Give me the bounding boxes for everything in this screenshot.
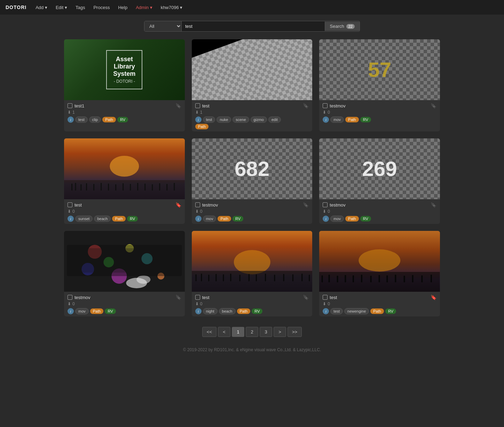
download-icon: ⬇	[68, 301, 71, 306]
tag-test[interactable]: test	[330, 308, 343, 314]
tag-path[interactable]: Path	[345, 216, 359, 221]
nav-tags[interactable]: Tags	[72, 3, 88, 12]
nav-help[interactable]: Help	[115, 3, 131, 12]
tag-rv[interactable]: RV	[360, 117, 371, 122]
page-1[interactable]: 1	[232, 327, 244, 337]
nav-admin[interactable]: Admin ▾	[132, 3, 156, 12]
tag-rv[interactable]: RV	[385, 308, 396, 314]
tag-beach[interactable]: beach	[94, 216, 111, 222]
nav-process[interactable]: Process	[90, 3, 113, 12]
tag-rv[interactable]: RV	[233, 216, 243, 221]
svg-rect-7	[101, 183, 102, 191]
card-thumbnail[interactable]	[319, 231, 440, 292]
nav-add[interactable]: Add ▾	[32, 3, 51, 12]
bookmark-icon[interactable]: 🔖	[303, 202, 309, 208]
tag-mov[interactable]: mov	[75, 308, 89, 314]
tag-sunset[interactable]: sunset	[75, 216, 93, 222]
tag-path[interactable]: Path	[90, 308, 104, 314]
bookmark-icon[interactable]: 🔖	[175, 103, 181, 108]
tag-rv[interactable]: RV	[360, 216, 371, 221]
info-button[interactable]: i	[195, 308, 202, 314]
info-button[interactable]: i	[195, 116, 202, 123]
card-checkbox[interactable]	[68, 103, 72, 108]
info-button[interactable]: i	[68, 308, 74, 314]
card-name: test	[202, 103, 210, 108]
bookmark-icon[interactable]: 🔖	[431, 295, 436, 300]
asset-card: AssetLibrarySystem - DOTORI - test1 🔖 ⬇ …	[64, 39, 185, 131]
card-info: test 🔖 ⬇ 0 i nightbeachPathRV	[192, 292, 313, 316]
download-count: 0	[72, 301, 75, 306]
download-count: 0	[72, 209, 75, 214]
tag-beach[interactable]: beach	[219, 308, 236, 314]
info-button[interactable]: i	[323, 216, 329, 222]
card-checkbox[interactable]	[68, 202, 72, 207]
card-header: testmov 🔖	[68, 295, 181, 300]
info-button[interactable]: i	[323, 116, 329, 123]
tag-path[interactable]: Path	[345, 117, 359, 122]
info-button[interactable]: i	[68, 216, 74, 222]
info-button[interactable]: i	[323, 308, 329, 314]
card-checkbox[interactable]	[323, 295, 328, 300]
tag-night[interactable]: night	[203, 308, 218, 314]
tag-gizmo[interactable]: gizmo	[251, 116, 267, 123]
card-checkbox[interactable]	[195, 103, 200, 108]
card-thumbnail[interactable]	[192, 231, 313, 292]
tag-path[interactable]: Path	[218, 216, 231, 221]
card-title-row: test	[195, 103, 210, 108]
page-first[interactable]: <<	[202, 327, 216, 337]
svg-rect-4	[80, 184, 81, 191]
tag-nuke[interactable]: nuke	[216, 116, 231, 123]
tag-rv[interactable]: RV	[252, 308, 262, 314]
search-button[interactable]: Search 22	[325, 22, 360, 31]
bookmark-icon[interactable]: 🔖	[431, 103, 436, 108]
card-thumbnail[interactable]	[64, 231, 185, 292]
page-prev[interactable]: <	[218, 327, 230, 337]
card-checkbox[interactable]	[323, 103, 328, 108]
tag-rv[interactable]: RV	[105, 308, 116, 314]
card-thumbnail[interactable]	[192, 39, 313, 100]
tag-edit[interactable]: edit	[268, 116, 281, 123]
page-last[interactable]: >>	[288, 327, 302, 337]
search-type-select[interactable]: All Name Tag Description	[144, 21, 182, 31]
bookmark-icon[interactable]: 🔖	[303, 295, 309, 300]
tag-test[interactable]: test	[75, 116, 88, 123]
tag-mov[interactable]: mov	[203, 216, 216, 222]
tag-mov[interactable]: mov	[330, 116, 344, 123]
card-thumbnail[interactable]: 269	[319, 138, 440, 199]
page-2[interactable]: 2	[246, 327, 258, 337]
bookmark-icon[interactable]: 🔖	[175, 295, 181, 300]
tag-path[interactable]: Path	[102, 117, 116, 122]
card-checkbox[interactable]	[68, 295, 72, 300]
bookmark-icon[interactable]: 🔖	[175, 202, 181, 208]
tag-path[interactable]: Path	[195, 124, 209, 129]
tag-scene[interactable]: scene	[233, 116, 249, 123]
tag-path[interactable]: Path	[112, 216, 126, 221]
card-title-row: test	[323, 295, 337, 300]
info-button[interactable]: i	[195, 216, 202, 222]
tag-newengine[interactable]: newengine	[344, 308, 369, 314]
tag-mov[interactable]: mov	[330, 216, 344, 222]
tag-path[interactable]: Path	[370, 308, 384, 314]
card-thumbnail[interactable]: AssetLibrarySystem - DOTORI -	[64, 39, 185, 100]
card-thumbnail[interactable]: 57	[319, 39, 440, 100]
tag-rv[interactable]: RV	[117, 117, 128, 122]
bookmark-icon[interactable]: 🔖	[303, 103, 309, 108]
card-checkbox[interactable]	[195, 202, 200, 207]
info-button[interactable]: i	[68, 116, 74, 123]
nav-edit[interactable]: Edit ▾	[52, 3, 71, 12]
card-thumbnail[interactable]: 682	[192, 138, 313, 199]
tag-rv[interactable]: RV	[127, 216, 138, 221]
tag-clip[interactable]: clip	[89, 116, 101, 123]
page-next[interactable]: >	[274, 327, 286, 337]
search-input[interactable]	[182, 22, 325, 31]
tag-path[interactable]: Path	[237, 308, 251, 314]
tag-test[interactable]: test	[203, 116, 215, 123]
card-checkbox[interactable]	[195, 295, 200, 300]
card-checkbox[interactable]	[323, 202, 328, 207]
page-3[interactable]: 3	[260, 327, 272, 337]
bookmark-icon[interactable]: 🔖	[431, 202, 436, 208]
card-info: testmov 🔖 ⬇ 0 i movPathRV	[319, 199, 440, 224]
download-icon: ⬇	[195, 209, 199, 214]
card-thumbnail[interactable]	[64, 138, 185, 199]
nav-user[interactable]: khw7096 ▾	[157, 3, 186, 12]
